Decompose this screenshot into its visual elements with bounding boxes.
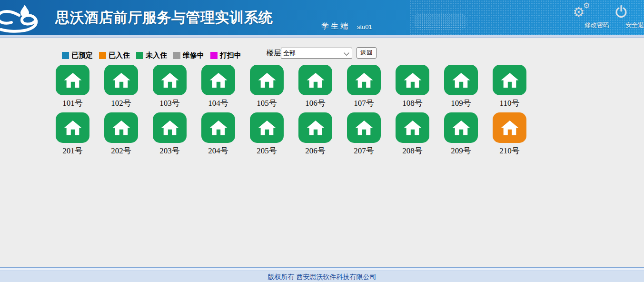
room-tile-vacant[interactable]	[444, 65, 478, 95]
logout-button[interactable]: 安全退出	[625, 21, 644, 30]
room-tile-vacant[interactable]	[153, 112, 187, 143]
room-number-label: 206号	[305, 145, 326, 156]
house-icon	[160, 119, 179, 137]
world-map-dots-decoration	[409, 0, 644, 35]
house-icon	[500, 119, 519, 137]
room-number-label: 109号	[451, 98, 471, 109]
copyright-text: 版权所有 西安思沃软件科技有限公司	[268, 273, 376, 282]
legend-item: 维修中	[173, 51, 204, 60]
room-tile[interactable]: 206号	[298, 112, 332, 156]
room-tile-vacant[interactable]	[250, 112, 284, 143]
room-tile[interactable]: 204号	[201, 112, 235, 156]
change-password-gear-icon[interactable]: ⚙ ⚙	[573, 3, 592, 21]
room-number-label: 210号	[499, 145, 520, 156]
house-icon	[306, 71, 325, 89]
room-tile[interactable]: 201号	[56, 112, 89, 156]
room-tile-vacant[interactable]	[250, 65, 284, 95]
house-icon	[209, 71, 228, 89]
room-row: 201号 202号 203号 204号 205号 206号 207号 208号 …	[56, 112, 526, 156]
room-tile[interactable]: 106号	[298, 65, 332, 109]
legend-label: 未入住	[146, 51, 167, 60]
room-number-label: 101号	[62, 98, 83, 109]
room-row: 101号 102号 103号 104号 105号 106号 107号 108号 …	[56, 65, 526, 109]
room-tile[interactable]: 209号	[444, 112, 478, 156]
status-swatch	[210, 52, 218, 59]
room-tile-vacant[interactable]	[444, 112, 478, 143]
room-tile-vacant[interactable]	[153, 65, 187, 95]
app-logo-icon	[0, 2, 53, 33]
house-icon	[258, 71, 277, 89]
room-tile[interactable]: 110号	[493, 65, 526, 109]
room-tile[interactable]: 105号	[250, 65, 284, 109]
legend-label: 已入住	[109, 51, 130, 60]
room-number-label: 201号	[62, 145, 83, 156]
room-tile-vacant[interactable]	[493, 65, 526, 95]
username-label: stu01	[357, 23, 372, 30]
room-tile[interactable]: 203号	[153, 112, 187, 156]
room-tile-vacant[interactable]	[396, 112, 429, 143]
status-swatch	[62, 52, 69, 59]
room-number-label: 105号	[257, 98, 277, 109]
room-tile-vacant[interactable]	[396, 65, 429, 95]
room-tile[interactable]: 208号	[396, 112, 429, 156]
room-grid: 101号 102号 103号 104号 105号 106号 107号 108号 …	[56, 65, 526, 160]
room-tile[interactable]: 210号	[493, 112, 526, 156]
app-header: 思沃酒店前厅服务与管理实训系统 学生端 stu01 ⚙ ⚙ 修改密码 安全退出	[0, 0, 644, 35]
room-tile[interactable]: 102号	[104, 65, 138, 109]
legend-label: 打扫中	[220, 51, 241, 60]
logout-power-icon[interactable]	[615, 5, 627, 19]
legend-item: 已预定	[62, 51, 93, 60]
room-tile-vacant[interactable]	[347, 112, 381, 143]
room-number-label: 205号	[257, 145, 277, 156]
room-tile-occupied[interactable]	[493, 112, 526, 143]
house-icon	[63, 119, 82, 137]
portal-label: 学生端	[321, 21, 350, 31]
room-tile-vacant[interactable]	[104, 112, 138, 143]
header-divider	[0, 35, 644, 38]
legend-label: 维修中	[183, 51, 204, 60]
room-number-label: 204号	[208, 145, 228, 156]
house-icon	[403, 71, 422, 89]
room-tile[interactable]: 109号	[444, 65, 478, 109]
room-number-label: 209号	[451, 145, 471, 156]
room-tile-vacant[interactable]	[201, 112, 235, 143]
room-number-label: 202号	[111, 145, 131, 156]
room-tile[interactable]: 202号	[104, 112, 138, 156]
change-password-button[interactable]: 修改密码	[585, 21, 609, 30]
room-tile[interactable]: 104号	[201, 65, 235, 109]
floor-select[interactable]: 全部	[281, 48, 352, 59]
room-tile[interactable]: 205号	[250, 112, 284, 156]
house-icon	[209, 119, 228, 137]
room-tile[interactable]: 108号	[396, 65, 429, 109]
house-icon	[452, 71, 471, 89]
room-tile-vacant[interactable]	[56, 112, 89, 143]
room-tile-vacant[interactable]	[56, 65, 89, 95]
room-tile-vacant[interactable]	[201, 65, 235, 95]
room-tile[interactable]: 107号	[347, 65, 381, 109]
room-tile[interactable]: 207号	[347, 112, 381, 156]
room-tile-vacant[interactable]	[298, 112, 332, 143]
house-icon	[112, 71, 131, 89]
room-tile-vacant[interactable]	[298, 65, 332, 95]
status-swatch	[173, 52, 180, 59]
world-map-dots-decoration	[414, 13, 466, 30]
room-number-label: 207号	[354, 145, 374, 156]
house-icon	[403, 119, 422, 137]
floor-select-wrap: 全部	[281, 48, 352, 59]
room-number-label: 110号	[500, 98, 520, 109]
room-number-label: 107号	[354, 98, 374, 109]
legend-item: 已入住	[99, 51, 130, 60]
room-tile[interactable]: 101号	[56, 65, 89, 109]
house-icon	[355, 119, 374, 137]
room-tile-vacant[interactable]	[104, 65, 138, 95]
room-number-label: 106号	[305, 98, 326, 109]
room-tile-vacant[interactable]	[347, 65, 381, 95]
room-number-label: 104号	[208, 98, 228, 109]
house-icon	[452, 119, 471, 137]
house-icon	[306, 119, 325, 137]
room-tile[interactable]: 103号	[153, 65, 187, 109]
back-button[interactable]: 返回	[357, 47, 376, 59]
room-number-label: 103号	[159, 98, 180, 109]
legend-item: 打扫中	[210, 51, 241, 60]
room-number-label: 102号	[111, 98, 131, 109]
